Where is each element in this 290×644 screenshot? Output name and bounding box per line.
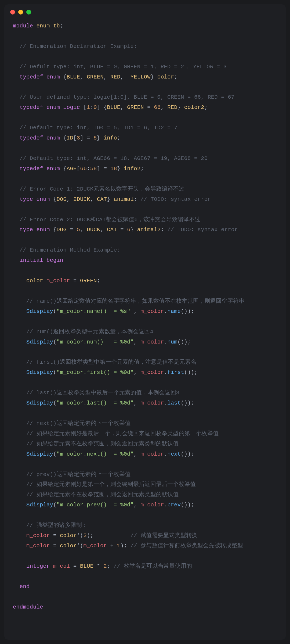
enum-val: BLUE — [67, 74, 80, 80]
comment: // 如果给定元素刚好是第一个，则会绕到最后返回最后一个枚举值 — [26, 481, 196, 488]
method-last: last — [167, 400, 181, 406]
variable: m_color — [26, 543, 50, 549]
enum-val: DUCK — [87, 227, 100, 233]
enum-val: GREEN — [87, 74, 104, 80]
maximize-icon[interactable] — [26, 10, 31, 15]
comment: // 参与数值计算前枚举类型会先被转成整型 — [130, 543, 243, 549]
method-first: first — [167, 369, 184, 375]
code-window: module enum_tb; // Enumeration Declarati… — [4, 4, 286, 640]
comment: // Default type: int, ID0 = 5, ID1 = 6, … — [20, 125, 177, 131]
string: "m_color.prev() = %0d" — [57, 502, 134, 508]
keyword-integer: integer — [26, 563, 50, 569]
comment: // last()返回枚举类型中最后一个元素的值，本例会返回3 — [26, 390, 179, 396]
comment: // name()返回给定数值对应的名字字符串，如果数值不在枚举范围，则返回空字… — [26, 298, 244, 304]
number: 2 — [104, 563, 107, 569]
keyword-typedef: typedef — [20, 104, 43, 110]
number: 1 — [87, 104, 90, 110]
comment: // Enumeration Declaration Example: — [20, 43, 137, 49]
enum-val: YELLOW — [130, 74, 151, 80]
type-name: animal2 — [137, 227, 161, 233]
window-titlebar — [4, 4, 286, 17]
type-name: color — [26, 278, 43, 284]
enum-val: GREEN — [127, 104, 144, 110]
string: "m_color.first() = %0d" — [57, 369, 134, 375]
keyword-type: type — [20, 196, 33, 202]
enum-val: RED — [110, 74, 121, 80]
enum-val: CAT — [107, 227, 117, 233]
keyword-logic: logic — [63, 104, 80, 110]
number: 5 — [93, 135, 97, 141]
comment: // 枚举名是可以当常量使用的 — [114, 563, 192, 569]
keyword-endmodule: endmodule — [13, 604, 43, 610]
keyword-begin: begin — [46, 257, 63, 263]
variable: m_color — [26, 532, 50, 539]
number: 58 — [90, 166, 97, 172]
number: 5 — [77, 227, 80, 233]
comment: // Error Code 2: DUCK和CAT都会被赋值6，该冲突会导致编译… — [20, 217, 200, 223]
method-next: next — [167, 451, 181, 457]
variable: m_color — [140, 502, 164, 508]
keyword-initial: initial — [20, 257, 43, 263]
comment: // 如果给定元素刚好是最后一个，则会绕回来返回枚举类型的第一个枚举值 — [26, 431, 219, 437]
variable: m_color — [140, 451, 164, 457]
keyword-enum: enum — [46, 135, 60, 141]
keyword-typedef: typedef — [20, 166, 43, 172]
number: 6 — [127, 227, 130, 233]
fn-display: $display — [26, 369, 53, 375]
keyword-module: module — [13, 23, 33, 29]
number: 66 — [154, 104, 161, 110]
enum-val: AGE — [67, 166, 77, 172]
keyword-enum: enum — [46, 104, 60, 110]
keyword-enum: enum — [37, 227, 50, 233]
fn-display: $display — [26, 308, 53, 314]
minimize-icon[interactable] — [18, 10, 23, 15]
number: 0 — [93, 104, 97, 110]
method-prev: prev — [167, 502, 181, 508]
keyword-end: end — [20, 584, 30, 590]
comment: // first()返回枚举类型中第一个元素的值，注意是值不是元素名 — [26, 359, 197, 365]
type-name: animal — [114, 196, 134, 202]
enum-val: BLUE — [107, 104, 120, 110]
comment: // Enumeration Method Example: — [20, 247, 120, 253]
enum-val: DOG — [57, 227, 67, 233]
comment: // Error Code 1: 2DUCK元素名以数字开头，会导致编译不过 — [20, 186, 184, 192]
keyword-typedef: typedef — [20, 135, 43, 141]
string: "m_color.num() = %0d" — [57, 339, 134, 345]
keyword-enum: enum — [46, 74, 60, 80]
type-cast: color — [60, 532, 77, 539]
string: "m_color.name() = %s" — [57, 308, 130, 314]
number: 2 — [84, 532, 87, 539]
comment: // 强类型的诸多限制： — [26, 522, 88, 528]
method-name: name — [167, 308, 181, 314]
type-name: color — [157, 74, 174, 80]
variable: m_color — [84, 543, 107, 549]
fn-display: $display — [26, 400, 53, 406]
type-name: info — [104, 135, 117, 141]
comment: // prev()返回给定元素的上一个枚举值 — [26, 471, 130, 478]
type-name: color2 — [184, 104, 204, 110]
number: 3 — [77, 135, 80, 141]
keyword-typedef: typedef — [20, 74, 43, 80]
variable: m_color — [140, 369, 164, 375]
number: 1 — [117, 543, 121, 549]
comment: // Default type: int, AGE66 = 18, AGE67 … — [20, 155, 208, 162]
enum-val: DOG — [57, 196, 67, 202]
comment: // 如果给定元素不在枚举范围，则会返回元素类型的默认值 — [26, 441, 179, 447]
comment: // 赋值需要显式类型转换 — [130, 532, 198, 539]
comment-todo: // TODO: syntax error — [167, 227, 238, 233]
comment: // next()返回给定元素的下一个枚举值 — [26, 420, 130, 427]
method-num: num — [167, 339, 177, 345]
variable: m_color — [46, 278, 70, 284]
number: 66 — [80, 166, 87, 172]
module-name: enum_tb — [37, 23, 60, 29]
keyword-enum: enum — [46, 166, 60, 172]
close-icon[interactable] — [10, 10, 15, 15]
enum-val: 2DUCK — [73, 196, 90, 202]
comment: // 如果给定元素不在枚举范围，则会返回元素类型的默认值 — [26, 492, 179, 498]
enum-val: GREEN — [80, 278, 97, 284]
enum-val: BLUE — [80, 563, 93, 569]
comment: // num()返回枚举类型中元素数量，本例会返回4 — [26, 329, 153, 335]
fn-display: $display — [26, 451, 53, 457]
type-name: info2 — [124, 166, 141, 172]
enum-val: ID — [67, 135, 73, 141]
